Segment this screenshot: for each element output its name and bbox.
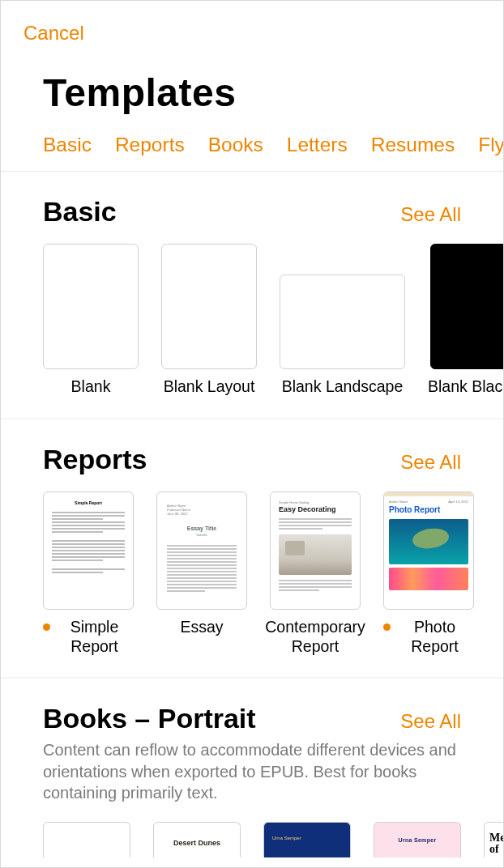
preview-image-placeholder [389, 519, 468, 564]
template-label: Blank Black [428, 377, 503, 397]
template-essay[interactable]: Author Name Professor Name June 30, 2022… [156, 491, 247, 657]
section-books-portrait: Books – Portrait See All Content can ref… [1, 679, 503, 867]
section-description-books: Content can reflow to accommodate differ… [1, 734, 503, 803]
template-book-pink[interactable]: Urna Semper [374, 822, 461, 857]
preview-meta: June 30, 2022 [167, 512, 237, 516]
thumbnail-blank-layout [161, 244, 257, 369]
thumbnail-blank [43, 244, 139, 369]
template-label: Blank Landscape [282, 377, 404, 397]
template-contemporary-report[interactable]: Simple Home Styling Easy Decorating Cont… [270, 491, 361, 657]
template-label: Blank [71, 377, 111, 397]
preview-title: Essay Title [167, 525, 237, 531]
status-dot-icon [43, 623, 50, 631]
thumbnail-book-pink: Urna Semper [374, 822, 461, 857]
preview-title: Urna Semper [382, 837, 452, 843]
template-simple-report[interactable]: Simple Report Simple Report [43, 491, 134, 657]
preview-meta: Author Name [389, 500, 408, 504]
status-dot-icon [383, 623, 391, 631]
preview-title: Photo Report [384, 504, 473, 516]
thumbnail-book-blank [43, 822, 130, 857]
section-title-reports: Reports [43, 444, 147, 475]
thumbnail-book-serif: Me of a [484, 822, 503, 857]
thumbnail-photo-report: Author Name April 14, 2022 Photo Report [383, 491, 474, 610]
template-label: Photo Report [395, 618, 474, 657]
basic-thumb-row[interactable]: Blank Blank Layout Blank Landscape Blank… [1, 228, 503, 397]
tab-reports[interactable]: Reports [115, 134, 185, 156]
template-blank[interactable]: Blank [43, 244, 139, 397]
reports-thumb-row[interactable]: Simple Report Simple Report [1, 475, 503, 657]
tab-books[interactable]: Books [208, 134, 263, 156]
template-photo-report[interactable]: Author Name April 14, 2022 Photo Report … [383, 491, 474, 657]
template-book-blue[interactable]: Urna Semper [263, 822, 351, 857]
preview-title: Desert Dunes [162, 839, 232, 847]
tab-resumes[interactable]: Resumes [371, 134, 455, 156]
template-book-serif[interactable]: Me of a [484, 822, 503, 857]
preview-title: Urna Semper [272, 836, 342, 840]
template-chooser-screen: Cancel Templates Basic Reports Books Let… [0, 0, 504, 868]
cancel-button[interactable]: Cancel [23, 22, 84, 45]
category-tabs: Basic Reports Books Letters Resumes Flye… [43, 134, 503, 156]
page-title: Templates [43, 70, 236, 115]
template-book-blank[interactable] [43, 822, 130, 857]
tab-basic[interactable]: Basic [43, 134, 92, 156]
template-label: Essay [180, 618, 223, 637]
see-all-books[interactable]: See All [400, 710, 461, 733]
preview-image-placeholder [279, 534, 352, 575]
template-blank-landscape[interactable]: Blank Landscape [280, 244, 405, 397]
books-thumb-row[interactable]: Desert Dunes Urna Semper Urna Semper Me … [1, 804, 503, 857]
see-all-basic[interactable]: See All [400, 203, 461, 226]
template-blank-black[interactable]: Blank Black [428, 244, 503, 397]
preview-title: Me of a [489, 832, 501, 857]
template-label: Simple Report [55, 618, 134, 657]
section-reports: Reports See All Simple Report [1, 419, 503, 679]
preview-meta: April 14, 2022 [448, 500, 468, 504]
thumbnail-blank-black [430, 244, 503, 369]
preview-kicker: Simple Home Styling [279, 500, 352, 504]
thumbnail-book-desert-dunes: Desert Dunes [153, 822, 241, 857]
template-book-desert-dunes[interactable]: Desert Dunes [153, 822, 241, 857]
section-title-books: Books – Portrait [43, 703, 256, 734]
template-label: Contemporary Report [265, 618, 365, 657]
tab-flyer[interactable]: Flyer [478, 134, 503, 156]
preview-headline: Easy Decorating [279, 506, 352, 513]
thumbnail-book-blue: Urna Semper [263, 822, 351, 857]
template-blank-layout[interactable]: Blank Layout [161, 244, 257, 397]
preview-image-placeholder [389, 568, 468, 590]
thumbnail-contemporary-report: Simple Home Styling Easy Decorating [270, 491, 361, 610]
template-label: Blank Layout [164, 377, 255, 397]
thumbnail-blank-landscape [280, 274, 405, 369]
tab-letters[interactable]: Letters [287, 134, 348, 156]
thumbnail-essay: Author Name Professor Name June 30, 2022… [156, 491, 247, 610]
see-all-reports[interactable]: See All [400, 451, 461, 474]
thumbnail-simple-report: Simple Report [43, 491, 134, 610]
section-basic: Basic See All Blank Blank Layout Blank L… [1, 172, 503, 419]
sections-scroll[interactable]: Basic See All Blank Blank Layout Blank L… [1, 172, 503, 867]
section-title-basic: Basic [43, 196, 117, 228]
